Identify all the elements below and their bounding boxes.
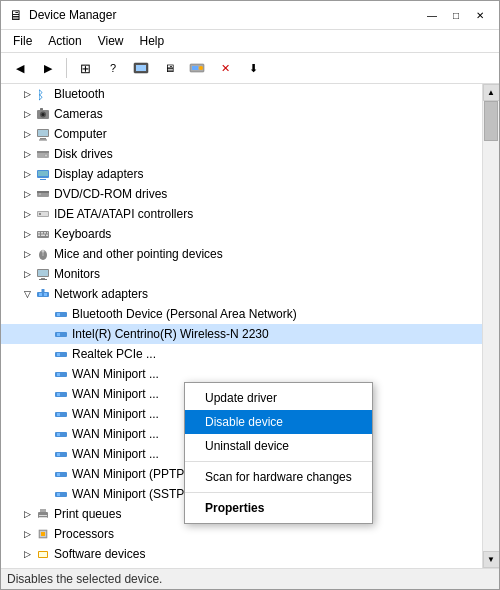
toolbar-remove[interactable]: ✕	[212, 56, 238, 80]
tree-item-cameras[interactable]: ▷ Cameras	[1, 104, 482, 124]
menu-view[interactable]: View	[90, 32, 132, 50]
scroll-thumb[interactable]	[484, 101, 498, 141]
window-title: Device Manager	[29, 8, 116, 22]
svg-rect-3	[192, 66, 198, 70]
svg-rect-54	[55, 392, 67, 397]
intel-centrino-icon	[53, 326, 69, 342]
toolbar-back[interactable]: ◀	[7, 56, 33, 80]
tree-item-software-devices[interactable]: ▷ Software devices	[1, 544, 482, 564]
expand-cameras[interactable]: ▷	[19, 106, 35, 122]
tree-item-processors[interactable]: ▷ Processors	[1, 524, 482, 544]
wan-5-icon	[53, 446, 69, 462]
ctx-update-driver[interactable]: Update driver	[185, 386, 372, 410]
ctx-scan-hardware[interactable]: Scan for hardware changes	[185, 465, 372, 489]
svg-rect-53	[57, 373, 60, 376]
status-text: Disables the selected device.	[7, 572, 162, 586]
realtek-label: Realtek PCIe ...	[72, 347, 156, 361]
wan-5-label: WAN Miniport ...	[72, 447, 159, 461]
toolbar-device[interactable]	[184, 56, 210, 80]
scroll-track[interactable]	[483, 101, 499, 551]
keyboards-icon	[35, 226, 51, 242]
tree-item-display-adapters[interactable]: ▷ Display adapters	[1, 164, 482, 184]
svg-rect-56	[55, 412, 67, 417]
expand-disk-drives[interactable]: ▷	[19, 146, 35, 162]
tree-item-dvd-cdrom[interactable]: ▷ DVD/CD-ROM drives	[1, 184, 482, 204]
ctx-uninstall-device[interactable]: Uninstall device	[185, 434, 372, 458]
status-bar: Disables the selected device.	[1, 568, 499, 589]
expand-computer[interactable]: ▷	[19, 126, 35, 142]
toolbar-update-driver[interactable]	[128, 56, 154, 80]
network-adapters-icon	[35, 286, 51, 302]
svg-rect-74	[39, 552, 47, 557]
expand-print[interactable]: ▷	[19, 506, 35, 522]
disk-drives-icon	[35, 146, 51, 162]
tree-item-wan-1[interactable]: ▷ WAN Miniport ...	[1, 364, 482, 384]
display-adapters-label: Display adapters	[54, 167, 143, 181]
wan-3-label: WAN Miniport ...	[72, 407, 159, 421]
svg-rect-28	[41, 232, 43, 234]
svg-rect-65	[57, 493, 60, 496]
wan-4-label: WAN Miniport ...	[72, 427, 159, 441]
computer-label: Computer	[54, 127, 107, 141]
expand-keyboards[interactable]: ▷	[19, 226, 35, 242]
tree-item-realtek[interactable]: ▷ Realtek PCIe ...	[1, 344, 482, 364]
ctx-separator-2	[185, 492, 372, 493]
menu-file[interactable]: File	[5, 32, 40, 50]
dvd-icon	[35, 186, 51, 202]
tree-item-monitors[interactable]: ▷ Monitors	[1, 264, 482, 284]
tree-item-computer[interactable]: ▷ Computer	[1, 124, 482, 144]
tree-item-ide-atapi[interactable]: ▷ IDE ATA/ATAPI controllers	[1, 204, 482, 224]
scrollbar[interactable]: ▲ ▼	[482, 84, 499, 568]
expand-monitors[interactable]: ▷	[19, 266, 35, 282]
close-button[interactable]: ✕	[469, 7, 491, 23]
expand-processors[interactable]: ▷	[19, 526, 35, 542]
expand-mice[interactable]: ▷	[19, 246, 35, 262]
svg-rect-33	[46, 235, 48, 237]
cameras-icon	[35, 106, 51, 122]
computer-icon	[35, 126, 51, 142]
expand-bluetooth[interactable]: ▷	[19, 86, 35, 102]
expand-dvd[interactable]: ▷	[19, 186, 35, 202]
svg-rect-32	[41, 235, 45, 237]
svg-rect-30	[47, 232, 48, 234]
ctx-properties[interactable]: Properties	[185, 496, 372, 520]
tree-item-disk-drives[interactable]: ▷ Disk drives	[1, 144, 482, 164]
expand-ide[interactable]: ▷	[19, 206, 35, 222]
scroll-up-arrow[interactable]: ▲	[483, 84, 500, 101]
tree-item-mice[interactable]: ▷ Mice and other pointing devices	[1, 244, 482, 264]
svg-rect-9	[40, 108, 43, 110]
expand-network[interactable]: ▽	[19, 286, 35, 302]
expand-display-adapters[interactable]: ▷	[19, 166, 35, 182]
menu-help[interactable]: Help	[132, 32, 173, 50]
toolbar-forward[interactable]: ▶	[35, 56, 61, 80]
svg-rect-15	[37, 151, 49, 153]
toolbar-scan[interactable]: ⬇	[240, 56, 266, 80]
svg-rect-47	[57, 313, 60, 316]
tree-item-keyboards[interactable]: ▷ Keyboards	[1, 224, 482, 244]
minimize-button[interactable]: —	[421, 7, 443, 23]
tree-pane[interactable]: ▷ ᛒ Bluetooth ▷ Cameras ▷ Comp	[1, 84, 482, 568]
scroll-down-arrow[interactable]: ▼	[483, 551, 500, 568]
tree-item-network-adapters[interactable]: ▽ Network adapters	[1, 284, 482, 304]
svg-rect-12	[40, 138, 46, 140]
dvd-label: DVD/CD-ROM drives	[54, 187, 167, 201]
maximize-button[interactable]: □	[445, 7, 467, 23]
svg-rect-21	[37, 191, 49, 193]
toolbar-help[interactable]: ?	[100, 56, 126, 80]
svg-point-36	[42, 250, 45, 253]
cameras-label: Cameras	[54, 107, 103, 121]
ctx-disable-device[interactable]: Disable device	[185, 410, 372, 434]
expand-sound[interactable]: ▷	[19, 566, 35, 568]
expand-software[interactable]: ▷	[19, 546, 35, 562]
tree-item-bluetooth[interactable]: ▷ ᛒ Bluetooth	[1, 84, 482, 104]
title-bar: 🖥 Device Manager — □ ✕	[1, 1, 499, 30]
toolbar-monitor[interactable]: 🖥	[156, 56, 182, 80]
svg-rect-48	[55, 332, 67, 337]
tree-item-intel-centrino[interactable]: ▷ Intel(R) Centrino(R) Wireless-N 2230	[1, 324, 482, 344]
svg-rect-27	[38, 232, 40, 234]
tree-item-bluetooth-pan[interactable]: ▷ Bluetooth Device (Personal Area Networ…	[1, 304, 482, 324]
menu-action[interactable]: Action	[40, 32, 89, 50]
tree-item-sound-video[interactable]: ▷ Sound, video and game controllers	[1, 564, 482, 568]
svg-rect-11	[38, 130, 48, 136]
toolbar-properties[interactable]: ⊞	[72, 56, 98, 80]
